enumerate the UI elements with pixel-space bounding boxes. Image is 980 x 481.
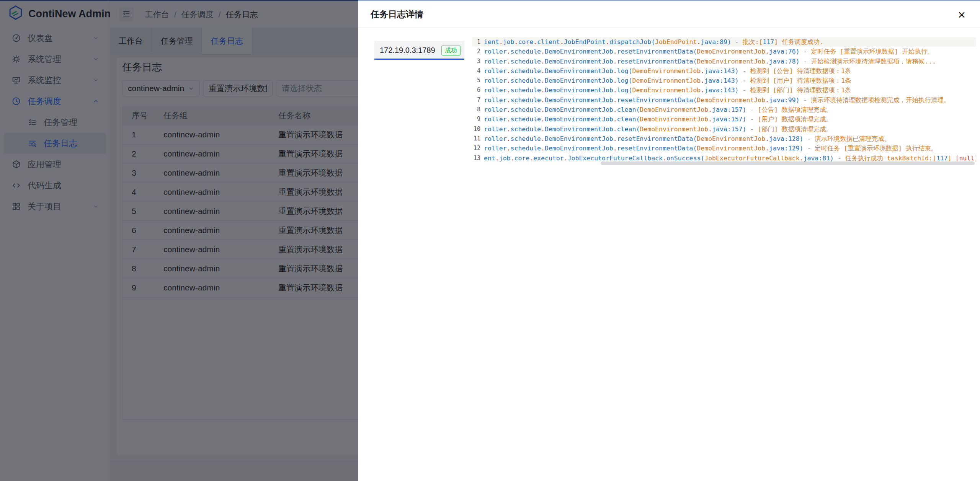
log-viewer: 1ient.job.core.client.JobEndPoint.dispat… (472, 37, 976, 163)
line-content: roller.schedule.DemoEnvironmentJob.reset… (484, 47, 976, 56)
line-number: 7 (472, 95, 484, 105)
line-number: 13 (472, 153, 484, 163)
line-number: 12 (472, 143, 484, 153)
log-line: 10roller.schedule.DemoEnvironmentJob.cle… (472, 124, 976, 134)
log-line: 5roller.schedule.DemoEnvironmentJob.log(… (472, 76, 976, 85)
log-line: 7roller.schedule.DemoEnvironmentJob.rese… (472, 95, 976, 105)
drawer-title: 任务日志详情 (371, 8, 423, 20)
line-content: roller.schedule.DemoEnvironmentJob.reset… (484, 95, 976, 105)
close-icon[interactable]: × (958, 8, 965, 21)
line-number: 8 (472, 105, 484, 114)
line-content: ient.job.core.client.JobEndPoint.dispatc… (484, 37, 976, 47)
log-line: 9roller.schedule.DemoEnvironmentJob.clea… (472, 114, 976, 124)
line-number: 1 (472, 37, 484, 47)
line-number: 6 (472, 85, 484, 95)
log-line: 4roller.schedule.DemoEnvironmentJob.log(… (472, 66, 976, 76)
log-line: 1ient.job.core.client.JobEndPoint.dispat… (472, 37, 976, 47)
status-badge: 成功 (441, 46, 461, 55)
line-content: roller.schedule.DemoEnvironmentJob.reset… (484, 57, 976, 66)
line-number: 2 (472, 47, 484, 56)
line-content: roller.schedule.DemoEnvironmentJob.log(D… (484, 66, 976, 76)
line-content: roller.schedule.DemoEnvironmentJob.clean… (484, 105, 976, 114)
drawer-header: 任务日志详情 × (358, 1, 980, 28)
instance-address: 172.19.0.3:1789 (380, 46, 435, 55)
line-content: roller.schedule.DemoEnvironmentJob.reset… (484, 134, 976, 143)
horizontal-scrollbar[interactable] (601, 161, 975, 165)
line-content: roller.schedule.DemoEnvironmentJob.clean… (484, 114, 976, 124)
line-content: roller.schedule.DemoEnvironmentJob.reset… (484, 143, 976, 153)
line-number: 9 (472, 114, 484, 124)
task-log-detail-drawer: 任务日志详情 × 172.19.0.3:1789 成功 1ient.job.co… (358, 0, 980, 481)
log-line: 2roller.schedule.DemoEnvironmentJob.rese… (472, 47, 976, 56)
line-number: 11 (472, 134, 484, 143)
log-line: 8roller.schedule.DemoEnvironmentJob.clea… (472, 105, 976, 114)
line-number: 5 (472, 76, 484, 85)
log-line: 6roller.schedule.DemoEnvironmentJob.log(… (472, 85, 976, 95)
log-line: 11roller.schedule.DemoEnvironmentJob.res… (472, 134, 976, 143)
line-content: roller.schedule.DemoEnvironmentJob.clean… (484, 124, 976, 134)
log-line: 12roller.schedule.DemoEnvironmentJob.res… (472, 143, 976, 153)
line-content: roller.schedule.DemoEnvironmentJob.log(D… (484, 76, 976, 85)
line-number: 3 (472, 57, 484, 66)
line-number: 10 (472, 124, 484, 134)
line-content: roller.schedule.DemoEnvironmentJob.log(D… (484, 85, 976, 95)
instance-tab[interactable]: 172.19.0.3:1789 成功 (374, 41, 464, 60)
log-line: 3roller.schedule.DemoEnvironmentJob.rese… (472, 57, 976, 66)
drawer-body: 172.19.0.3:1789 成功 1ient.job.core.client… (358, 28, 980, 480)
line-number: 4 (472, 66, 484, 76)
